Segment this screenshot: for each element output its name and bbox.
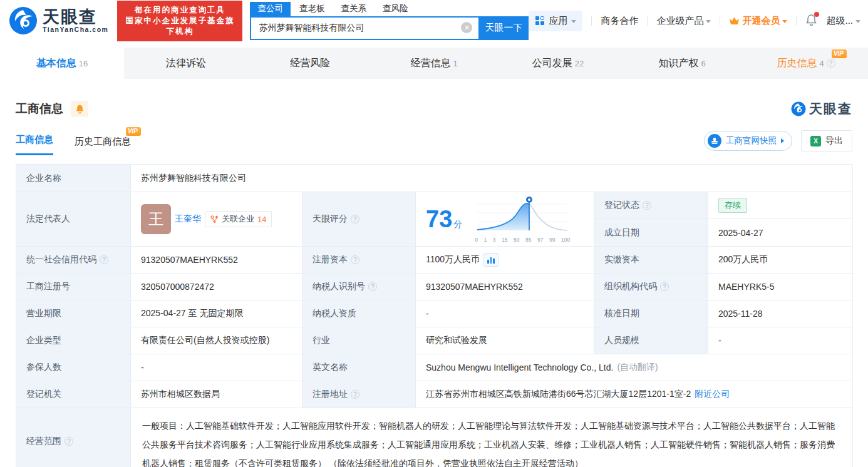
registration-info-table: 企业名称 苏州梦舞智能科技有限公司 法定代表人 王 王奎华 关联企业 14 登记…	[16, 164, 852, 467]
reg-capital-value: 1100万人民币	[416, 247, 594, 274]
arrow-right-icon	[781, 138, 784, 143]
tab-label: 历史信息	[777, 57, 817, 70]
export-button[interactable]: X 导出	[801, 130, 852, 151]
help-icon[interactable]: ?	[660, 282, 669, 291]
apps-menu[interactable]: 应用	[529, 11, 582, 31]
bell-icon	[75, 104, 85, 114]
help-icon[interactable]: ?	[827, 59, 835, 68]
clear-search-icon[interactable]: ✕	[461, 22, 472, 33]
tab-intellectual-property[interactable]: 知识产权 6	[620, 48, 744, 79]
tab-label: 基本信息	[36, 57, 76, 70]
search-tab-risk[interactable]: 查风险	[375, 2, 416, 16]
english-name-label: 英文名称	[302, 354, 416, 381]
company-type-label: 企业类型	[16, 327, 131, 354]
capital-chart-button[interactable]	[483, 253, 499, 267]
tianyancha-logo[interactable]: 天眼查 TianYanCha.com	[9, 6, 108, 35]
tianyancha-swirl-icon	[9, 6, 38, 35]
insured-count-label: 参保人数	[16, 354, 131, 381]
divider	[796, 16, 797, 26]
divider	[647, 16, 648, 26]
super-vip-menu[interactable]: 超级...	[826, 15, 860, 27]
tab-label: 法律诉讼	[166, 57, 206, 70]
tab-operating-info[interactable]: 经营信息 1	[372, 48, 496, 79]
search-button[interactable]: 天眼一下	[478, 16, 529, 40]
tab-basic-info[interactable]: 基本信息 16	[0, 48, 124, 79]
snapshot-label: 工商官网快照	[726, 135, 777, 146]
related-label: 关联企业	[222, 213, 254, 225]
business-term-value: 2025-04-27 至 无固定期限	[131, 300, 302, 327]
search-tab-relation[interactable]: 查关系	[333, 2, 374, 16]
promo-line1: 都在用的商业查询工具	[123, 5, 236, 16]
business-term-label: 营业期限	[16, 300, 131, 327]
subtab-business-info[interactable]: 工商信息	[16, 134, 53, 155]
tab-history-info[interactable]: VIP 历史信息 4 ?	[744, 48, 868, 79]
brand-name: 天眼查	[43, 8, 108, 26]
help-icon[interactable]: ?	[100, 255, 108, 264]
apps-label: 应用	[549, 15, 567, 27]
enterprise-label: 企业级产品	[656, 15, 703, 27]
reg-authority-value: 苏州市相城区数据局	[131, 381, 302, 408]
tab-legal-proceedings[interactable]: 法律诉讼	[124, 48, 248, 79]
taxpayer-id-label: 纳税人识别号?	[302, 274, 416, 300]
subtab-history-business-info[interactable]: VIP 历史工商信息	[75, 136, 131, 155]
reg-authority-label: 登记机关	[16, 381, 131, 408]
help-icon[interactable]: ?	[368, 282, 377, 291]
related-companies-button[interactable]: 关联企业 14	[205, 211, 272, 227]
org-code-value: MAEHYRK5-5	[708, 274, 853, 300]
business-info-subtabs: 工商信息 VIP 历史工商信息 工商官网快照 X 导出	[16, 131, 852, 155]
reg-number-label: 工商注册号	[16, 274, 131, 300]
tianyancha-watermark: 天眼查	[791, 100, 852, 118]
company-name-label: 企业名称	[16, 165, 131, 192]
insured-count-value: -	[131, 354, 302, 381]
subtab-label: 工商信息	[16, 134, 53, 145]
staff-size-label: 人员规模	[594, 327, 708, 354]
search-tab-company[interactable]: 查公司	[250, 2, 291, 16]
org-code-label: 组织机构代码?	[594, 274, 708, 300]
tab-company-development[interactable]: 公司发展 22	[496, 48, 620, 79]
help-icon[interactable]: ?	[351, 215, 359, 223]
search-tab-boss[interactable]: 查老板	[292, 2, 333, 16]
company-type-value: 有限责任公司(自然人投资或控股)	[131, 327, 302, 354]
chevron-down-icon	[571, 20, 576, 23]
open-vip-menu[interactable]: 开通会员	[729, 15, 787, 27]
credit-code-value: 91320507MAEHYRK552	[131, 247, 302, 274]
help-icon[interactable]: ?	[351, 255, 359, 264]
divider	[720, 16, 720, 26]
top-bar: 天眼查 TianYanCha.com 都在用的商业查询工具 国家中小企业发展子基…	[0, 0, 868, 41]
paid-capital-label: 实缴资本	[594, 247, 708, 274]
related-count: 14	[257, 215, 266, 224]
reg-capital-label: 注册资本?	[302, 247, 416, 274]
enterprise-products-menu[interactable]: 企业级产品	[656, 15, 711, 27]
search-input[interactable]	[250, 16, 478, 40]
nearby-companies-link[interactable]: 附近公司	[695, 389, 730, 400]
help-icon[interactable]: ?	[65, 437, 73, 446]
tab-operating-risk[interactable]: 经营风险	[248, 48, 372, 79]
score-label: 天眼评分?	[302, 192, 416, 247]
vip-crown-icon	[729, 16, 740, 26]
super-vip-label: 超级...	[826, 15, 853, 27]
reg-status-label: 登记状态?	[594, 192, 708, 219]
help-icon[interactable]: ?	[643, 201, 651, 210]
company-section-tabs: 基本信息 16 法律诉讼 经营风险 经营信息 1 公司发展 22 知识产权 6 …	[0, 48, 868, 79]
official-snapshot-button[interactable]: 工商官网快照	[704, 131, 792, 151]
business-scope-label: 经营范围?	[16, 408, 131, 467]
business-cooperation-link[interactable]: 商务合作	[601, 15, 638, 27]
reg-address-label: 注册地址?	[302, 381, 416, 408]
status-badge: 存续	[718, 198, 747, 213]
promo-banner[interactable]: 都在用的商业查询工具 国家中小企业发展子基金旗下机构	[117, 1, 242, 41]
legal-rep-label: 法定代表人	[16, 192, 131, 247]
legal-rep-avatar[interactable]: 王	[141, 204, 171, 234]
cooperation-label: 商务合作	[601, 15, 638, 27]
notifications-bell[interactable]	[805, 14, 817, 28]
tab-count: 1	[453, 59, 457, 68]
score-value[interactable]: 73分 0131550859799100	[416, 192, 594, 247]
tab-label: 知识产权	[658, 57, 698, 70]
company-name-value: 苏州梦舞智能科技有限公司	[131, 165, 853, 192]
subscribe-bell-button[interactable]	[71, 101, 88, 117]
chevron-down-icon	[706, 20, 711, 23]
taxpayer-quality-value: -	[416, 300, 594, 327]
promo-line2: 国家中小企业发展子基金旗下机构	[123, 16, 236, 37]
legal-rep-name-link[interactable]: 王奎华	[175, 213, 201, 225]
brand-domain: TianYanCha.com	[43, 26, 108, 33]
help-icon[interactable]: ?	[351, 390, 359, 399]
